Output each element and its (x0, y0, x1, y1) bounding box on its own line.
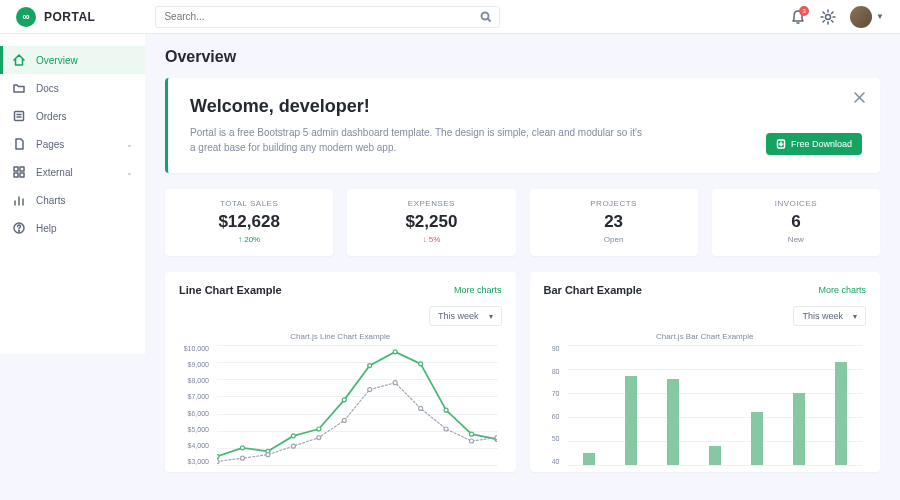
search-box[interactable] (155, 6, 500, 28)
welcome-text: Portal is a free Bootstrap 5 admin dashb… (190, 125, 650, 155)
bar (667, 379, 679, 465)
svg-point-39 (393, 381, 397, 385)
svg-point-30 (470, 432, 474, 436)
more-charts-link[interactable]: More charts (454, 285, 502, 295)
svg-point-38 (368, 388, 372, 392)
bar (751, 412, 763, 465)
chevron-down-icon: ⌄ (126, 168, 133, 177)
line-chart-title: Line Chart Example (179, 284, 282, 296)
sidebar-item-external[interactable]: External⌄ (0, 158, 145, 186)
sidebar-item-pages[interactable]: Pages⌄ (0, 130, 145, 158)
file-icon (12, 137, 26, 151)
sidebar-item-help[interactable]: Help (0, 214, 145, 242)
svg-point-26 (368, 364, 372, 368)
period-select[interactable]: This week ▾ (429, 306, 502, 326)
sidebar-item-label: External (36, 167, 73, 178)
line-chart-card: Line Chart Example More charts This week… (165, 272, 516, 472)
svg-rect-8 (20, 167, 24, 171)
receipt-icon (12, 109, 26, 123)
sidebar-item-docs[interactable]: Docs (0, 74, 145, 102)
stat-label: INVOICES (712, 199, 880, 208)
bar (835, 362, 847, 465)
sidebar-item-label: Overview (36, 55, 78, 66)
download-button[interactable]: Free Download (766, 133, 862, 155)
svg-rect-7 (14, 167, 18, 171)
svg-point-20 (217, 454, 219, 458)
sidebar-item-label: Orders (36, 111, 67, 122)
svg-rect-9 (14, 173, 18, 177)
page-title: Overview (165, 48, 880, 66)
notifications-button[interactable]: 3 (790, 9, 806, 25)
stat-value: 6 (712, 212, 880, 232)
help-icon (12, 221, 26, 235)
svg-point-37 (342, 418, 346, 422)
close-icon[interactable] (853, 90, 866, 108)
bar (625, 376, 637, 465)
stat-value: $2,250 (347, 212, 515, 232)
stat-label: PROJECTS (530, 199, 698, 208)
settings-button[interactable] (820, 9, 836, 25)
svg-point-29 (444, 408, 448, 412)
avatar[interactable] (850, 6, 872, 28)
sidebar-item-label: Docs (36, 83, 59, 94)
sidebar-item-orders[interactable]: Orders (0, 102, 145, 130)
download-icon (776, 139, 786, 149)
period-select[interactable]: This week ▾ (793, 306, 866, 326)
stat-card: EXPENSES$2,250↓ 5% (347, 189, 515, 256)
bars-icon (12, 193, 26, 207)
chevron-down-icon: ▾ (853, 312, 857, 321)
svg-point-24 (317, 427, 321, 431)
bar (709, 446, 721, 465)
svg-point-33 (240, 456, 244, 460)
welcome-title: Welcome, developer! (190, 96, 858, 117)
svg-point-25 (342, 398, 346, 402)
svg-rect-10 (20, 173, 24, 177)
stat-value: 23 (530, 212, 698, 232)
sidebar-item-charts[interactable]: Charts (0, 186, 145, 214)
chevron-down-icon: ⌄ (126, 140, 133, 149)
home-icon (12, 53, 26, 67)
bar-chart-caption: Chart.js Bar Chart Example (544, 332, 867, 341)
stat-card: TOTAL SALES$12,628↑ 20% (165, 189, 333, 256)
welcome-card: Welcome, developer! Portal is a free Boo… (165, 78, 880, 173)
svg-point-40 (419, 406, 423, 410)
search-input[interactable] (164, 11, 480, 22)
svg-point-15 (19, 231, 20, 232)
bar-chart-title: Bar Chart Example (544, 284, 642, 296)
sidebar-item-overview[interactable]: Overview (0, 46, 145, 74)
svg-point-43 (495, 436, 497, 440)
svg-point-41 (444, 427, 448, 431)
stat-card: INVOICES6New (712, 189, 880, 256)
stat-sub: New (712, 235, 880, 244)
line-chart-caption: Chart.js Line Chart Example (179, 332, 502, 341)
svg-point-32 (217, 460, 219, 464)
svg-point-23 (291, 434, 295, 438)
sidebar-item-label: Help (36, 223, 57, 234)
search-icon (480, 11, 491, 22)
svg-point-27 (393, 350, 397, 354)
stat-sub: ↑ 20% (165, 235, 333, 244)
user-menu-caret[interactable]: ▼ (876, 12, 884, 21)
chevron-down-icon: ▾ (489, 312, 493, 321)
logo-icon: ∞ (16, 7, 36, 27)
bar-chart-card: Bar Chart Example More charts This week … (530, 272, 881, 472)
more-charts-link[interactable]: More charts (818, 285, 866, 295)
bar (793, 393, 805, 465)
stat-sub: Open (530, 235, 698, 244)
stat-label: TOTAL SALES (165, 199, 333, 208)
svg-rect-4 (15, 112, 24, 121)
stat-label: EXPENSES (347, 199, 515, 208)
svg-point-34 (266, 453, 270, 457)
sidebar: OverviewDocsOrdersPages⌄External⌄ChartsH… (0, 34, 145, 354)
stat-sub: ↓ 5% (347, 235, 515, 244)
stat-value: $12,628 (165, 212, 333, 232)
svg-point-3 (826, 14, 831, 19)
download-label: Free Download (791, 139, 852, 149)
sidebar-item-label: Pages (36, 139, 64, 150)
svg-point-28 (419, 362, 423, 366)
svg-point-35 (291, 444, 295, 448)
stat-card: PROJECTS23Open (530, 189, 698, 256)
bar (583, 453, 595, 465)
svg-point-42 (470, 439, 474, 443)
svg-point-21 (240, 446, 244, 450)
